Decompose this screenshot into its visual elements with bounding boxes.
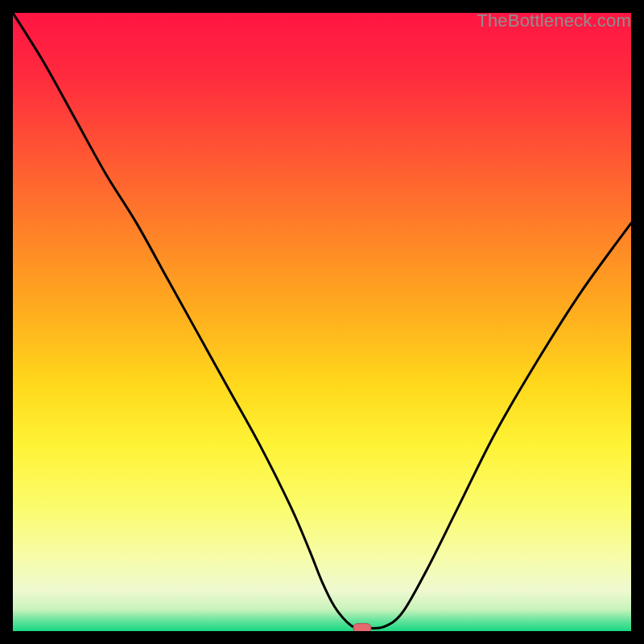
chart-frame: TheBottleneck.com: [13, 13, 631, 631]
watermark-text: TheBottleneck.com: [477, 10, 631, 31]
gradient-background: [13, 13, 631, 631]
minimum-marker: [353, 624, 371, 631]
bottleneck-chart: [13, 13, 631, 631]
